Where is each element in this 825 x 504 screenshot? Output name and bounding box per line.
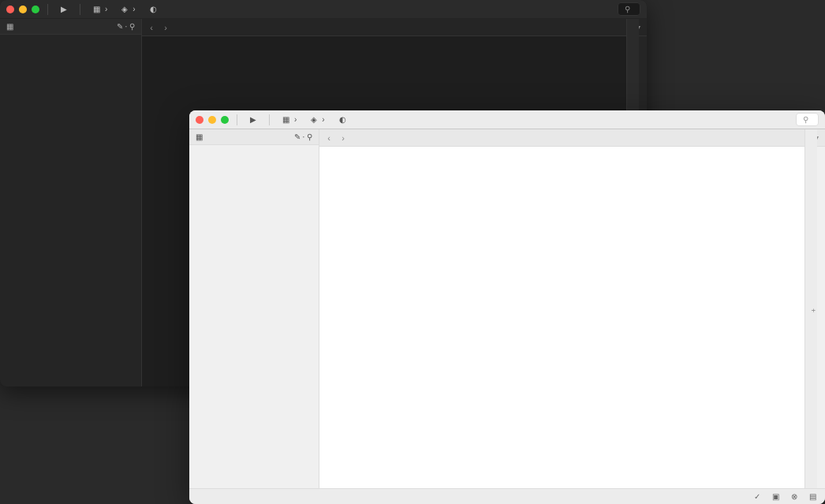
editor-tabs: ‹ › ▾	[319, 129, 825, 147]
nav-back-icon[interactable]: ‹	[145, 23, 158, 32]
code-editor[interactable]	[319, 147, 825, 488]
nav-fwd-icon[interactable]: ›	[337, 133, 349, 143]
editor-area: ‹ › ▾ +	[319, 129, 825, 488]
line-gutter	[142, 36, 151, 386]
solution-sidebar: ▦ ✎ · ⚲	[189, 129, 319, 488]
scroll-indicator[interactable]	[817, 147, 825, 488]
breadcrumb-config[interactable]: ◈ ›	[306, 114, 329, 125]
close-icon[interactable]	[196, 116, 203, 124]
solution-tree[interactable]	[189, 145, 319, 488]
solution-tree[interactable]	[0, 35, 141, 386]
breadcrumb-browser[interactable]: ◐	[145, 3, 164, 15]
minimize-icon[interactable]	[19, 6, 27, 13]
run-button[interactable]: ▶	[56, 3, 72, 15]
nav-back-icon[interactable]: ‹	[323, 133, 335, 143]
solution-sidebar: ▦ ✎ · ⚲	[0, 19, 142, 386]
zoom-icon[interactable]	[32, 6, 39, 13]
run-button[interactable]: ▶	[245, 114, 261, 125]
breadcrumb-project[interactable]: ▦ ›	[278, 114, 301, 125]
solution-header: ▦ ✎ · ⚲	[189, 129, 319, 145]
editor-tabs: ‹ › ▾	[142, 19, 647, 36]
breadcrumb-project[interactable]: ▦ ›	[88, 3, 112, 15]
close-icon[interactable]	[6, 6, 14, 13]
light-window: ▶ ▦ › ◈ › ◐ ⚲ ▦ ✎ · ⚲ ‹ › ▾	[189, 110, 825, 504]
status-build[interactable]: ▤	[809, 492, 819, 501]
line-gutter	[319, 147, 329, 488]
breadcrumb-browser[interactable]: ◐	[334, 114, 353, 125]
code-content[interactable]	[329, 147, 825, 488]
sidebar-actions[interactable]: ✎ · ⚲	[294, 133, 312, 141]
side-rail[interactable]: +	[804, 129, 817, 488]
minimize-icon[interactable]	[208, 116, 216, 124]
traffic-lights	[196, 116, 229, 124]
status-errors[interactable]: ⊗	[791, 492, 800, 501]
solution-header: ▦ ✎ · ⚲	[0, 19, 141, 35]
zoom-icon[interactable]	[221, 116, 229, 124]
traffic-lights	[6, 6, 39, 13]
sidebar-actions[interactable]: ✎ · ⚲	[117, 22, 135, 31]
status-tests[interactable]: ✓	[754, 492, 763, 501]
breadcrumb-config[interactable]: ◈ ›	[117, 3, 140, 15]
search-input[interactable]: ⚲	[618, 2, 640, 16]
status-bar: ✓ ▣ ⊗ ▤	[189, 488, 825, 504]
nav-fwd-icon[interactable]: ›	[159, 23, 172, 32]
status-terminal[interactable]: ▣	[772, 492, 782, 501]
titlebar: ▶ ▦ › ◈ › ◐ ⚲	[189, 110, 825, 129]
search-input[interactable]: ⚲	[796, 113, 819, 126]
titlebar: ▶ ▦ › ◈ › ◐ ⚲	[0, 0, 647, 19]
